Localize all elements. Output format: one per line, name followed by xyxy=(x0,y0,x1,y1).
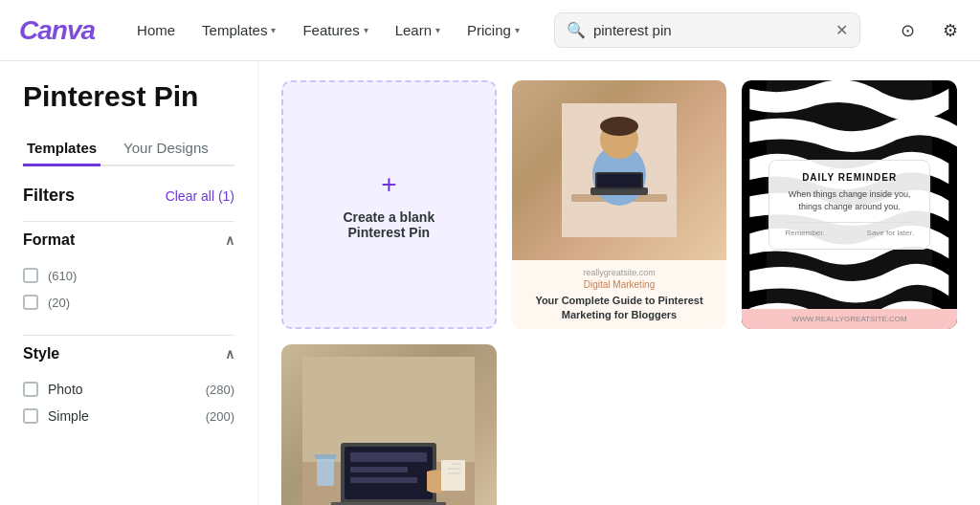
filters-header: Filters Clear all (1) xyxy=(23,186,234,206)
card-2-bottom: WWW.REALLYGREATSITE.COM xyxy=(742,309,957,329)
filters-title: Filters xyxy=(23,186,75,206)
card-image-inner xyxy=(512,80,727,260)
create-blank-card[interactable]: + Create a blankPinterest Pin xyxy=(281,80,497,329)
filter-section-format: Format ∧ (610) (20) xyxy=(23,221,234,319)
filter-section-style: Style ∧ Photo (280) Simple (200) xyxy=(23,335,234,433)
chevron-down-icon: ▾ xyxy=(364,25,368,35)
filter-item-simple[interactable]: Simple (200) xyxy=(23,403,234,429)
search-bar: 🔍 ✕ xyxy=(554,12,860,48)
svg-rect-19 xyxy=(441,460,465,491)
daily-reminder-card: DAILY REMINDER When things change inside… xyxy=(768,160,930,250)
tabs: Templates Your Designs xyxy=(23,132,234,166)
chevron-down-icon: ▾ xyxy=(271,25,276,35)
gear-icon: ⚙ xyxy=(943,20,958,41)
style-filter-items: Photo (280) Simple (200) xyxy=(23,372,234,433)
svg-rect-15 xyxy=(350,477,417,483)
chevron-up-icon: ∧ xyxy=(225,232,234,248)
svg-rect-13 xyxy=(350,452,427,462)
card-3-image-inner xyxy=(281,344,497,505)
svg-rect-14 xyxy=(350,467,408,472)
chevron-down-icon: ▾ xyxy=(435,25,440,35)
search-input[interactable] xyxy=(593,22,828,38)
filter-item-photo[interactable]: Photo (280) xyxy=(23,376,234,403)
filter-item-format-1[interactable]: (610) xyxy=(23,262,234,289)
template-card-successful[interactable]: How to be Successful as a Brand New Cont… xyxy=(281,344,497,505)
template-card-digital-marketing[interactable]: reallygreatsite.com Digital Marketing Yo… xyxy=(512,80,727,329)
header: Canva Home Templates ▾ Features ▾ Learn … xyxy=(0,0,980,61)
footer-save: Save for later. xyxy=(867,229,914,237)
filter-checkbox-2[interactable] xyxy=(23,295,38,310)
filter-item-format-2[interactable]: (20) xyxy=(23,289,234,316)
svg-rect-17 xyxy=(317,457,334,486)
daily-reminder-title: DAILY REMINDER xyxy=(785,172,914,183)
nav-item-features[interactable]: Features ▾ xyxy=(291,14,379,46)
tab-templates[interactable]: Templates xyxy=(23,132,100,166)
help-button[interactable]: ⊙ xyxy=(891,13,925,48)
help-icon: ⊙ xyxy=(901,20,915,41)
filter-checkbox-1[interactable] xyxy=(23,268,38,283)
template-card-daily-reminder[interactable]: DAILY REMINDER When things change inside… xyxy=(742,80,957,329)
card-bottom: reallygreatsite.com Digital Marketing Yo… xyxy=(512,260,727,329)
card-2-site: WWW.REALLYGREATSITE.COM xyxy=(747,315,951,323)
card-title: Your Complete Guide to Pinterest Marketi… xyxy=(522,294,718,321)
svg-rect-18 xyxy=(315,454,336,459)
create-blank-label: Create a blankPinterest Pin xyxy=(343,209,434,240)
format-filter-items: (610) (20) xyxy=(23,258,234,319)
svg-point-4 xyxy=(600,117,638,136)
chevron-up-icon: ∧ xyxy=(225,346,234,362)
filter-checkbox-photo[interactable] xyxy=(23,382,38,397)
laptop-desk-illustration xyxy=(302,357,475,505)
sidebar: Pinterest Pin Templates Your Designs Fil… xyxy=(0,61,258,505)
page-title: Pinterest Pin xyxy=(23,80,234,113)
main-nav: Home Templates ▾ Features ▾ Learn ▾ Pric… xyxy=(125,14,531,46)
filter-checkbox-simple[interactable] xyxy=(23,408,38,424)
main-content: + Create a blankPinterest Pin xyxy=(258,61,980,505)
card-category: Digital Marketing xyxy=(522,279,718,290)
card-3-image xyxy=(281,344,497,505)
canva-logo[interactable]: Canva xyxy=(19,15,95,46)
settings-button[interactable]: ⚙ xyxy=(933,13,968,48)
daily-reminder-text: When things change inside you, things ch… xyxy=(785,188,914,212)
template-grid: + Create a blankPinterest Pin xyxy=(281,80,957,505)
page-content: Pinterest Pin Templates Your Designs Fil… xyxy=(0,61,980,505)
person-laptop-illustration xyxy=(562,103,677,237)
format-section-toggle[interactable]: Format ∧ xyxy=(23,221,234,258)
card-site: reallygreatsite.com xyxy=(522,268,718,277)
clear-all-button[interactable]: Clear all (1) xyxy=(166,188,234,204)
tab-your-designs[interactable]: Your Designs xyxy=(120,132,212,166)
daily-reminder-footer: Remember. Save for later. xyxy=(785,222,914,237)
plus-icon: + xyxy=(381,169,396,200)
card-image xyxy=(512,80,727,260)
clear-search-button[interactable]: ✕ xyxy=(835,21,848,39)
chevron-down-icon: ▾ xyxy=(515,25,520,35)
search-icon: 🔍 xyxy=(567,21,586,39)
header-icons: ⊙ ⚙ xyxy=(891,13,968,48)
nav-item-pricing[interactable]: Pricing ▾ xyxy=(456,14,531,46)
svg-rect-7 xyxy=(597,174,641,187)
nav-item-templates[interactable]: Templates ▾ xyxy=(190,14,287,46)
style-section-toggle[interactable]: Style ∧ xyxy=(23,335,234,372)
footer-remember: Remember. xyxy=(785,229,824,237)
nav-item-learn[interactable]: Learn ▾ xyxy=(384,14,452,46)
nav-item-home[interactable]: Home xyxy=(125,14,187,46)
